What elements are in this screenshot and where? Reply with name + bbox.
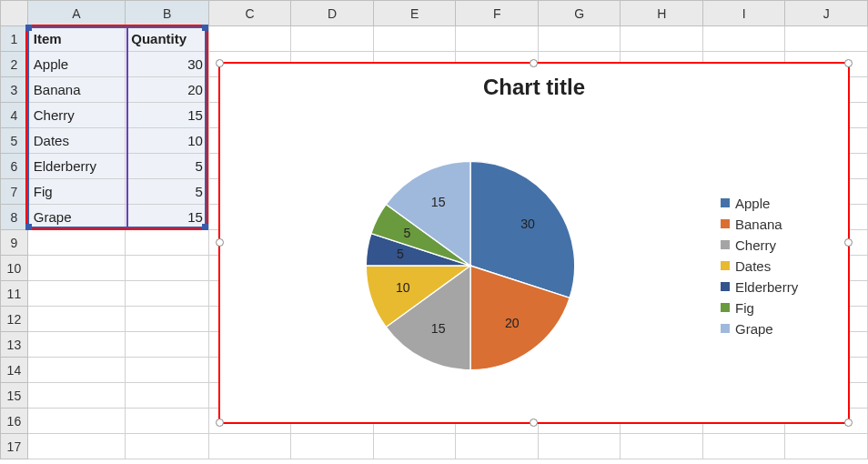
- cell-E17[interactable]: [373, 434, 456, 459]
- legend-label: Apple: [735, 196, 770, 211]
- column-header-G[interactable]: G: [538, 1, 621, 26]
- resize-handle[interactable]: [216, 59, 224, 67]
- cell-C1[interactable]: [208, 26, 291, 52]
- column-header-H[interactable]: H: [621, 1, 703, 26]
- pie-label-cherry: 15: [431, 321, 446, 336]
- cell-A16[interactable]: [27, 409, 126, 434]
- cell-A13[interactable]: [27, 332, 126, 358]
- cell-B14[interactable]: [126, 358, 209, 383]
- legend-item-grape[interactable]: Grape: [721, 321, 841, 337]
- row-header-5[interactable]: 5: [1, 128, 28, 154]
- legend-item-dates[interactable]: Dates: [721, 258, 841, 274]
- row-header-9[interactable]: 9: [1, 230, 28, 256]
- column-header-B[interactable]: B: [126, 1, 209, 26]
- resize-handle[interactable]: [844, 419, 853, 427]
- row-header-8[interactable]: 8: [1, 205, 28, 230]
- pie-label-banana: 20: [505, 316, 520, 330]
- column-header-I[interactable]: I: [702, 1, 785, 26]
- cell-I17[interactable]: [702, 434, 785, 459]
- row-header-2[interactable]: 2: [1, 52, 28, 77]
- legend-item-elderberry[interactable]: Elderberry: [721, 279, 841, 295]
- cell-B17[interactable]: [126, 434, 209, 459]
- corner-cell[interactable]: [1, 1, 28, 26]
- column-header-F[interactable]: F: [456, 1, 539, 26]
- column-header-A[interactable]: A: [27, 1, 126, 26]
- cell-A14[interactable]: [27, 358, 126, 383]
- cell-H1[interactable]: [621, 26, 703, 52]
- chart-legend[interactable]: AppleBananaCherryDatesElderberryFigGrape: [721, 190, 848, 342]
- resize-handle[interactable]: [530, 419, 538, 427]
- legend-label: Grape: [735, 321, 773, 337]
- row-header-1[interactable]: 1: [1, 26, 28, 52]
- cell-B11[interactable]: [126, 281, 209, 307]
- row-header-15[interactable]: 15: [1, 383, 28, 409]
- resize-handle[interactable]: [844, 59, 853, 67]
- row-header-11[interactable]: 11: [1, 281, 28, 307]
- row-header-13[interactable]: 13: [1, 332, 28, 358]
- row-header-14[interactable]: 14: [1, 358, 28, 383]
- pie-label-dates: 10: [396, 280, 410, 295]
- cell-B10[interactable]: [126, 256, 209, 281]
- cell-A9[interactable]: [27, 230, 126, 256]
- legend-item-apple[interactable]: Apple: [721, 196, 841, 211]
- cell-A11[interactable]: [27, 281, 126, 307]
- row-header-3[interactable]: 3: [1, 77, 28, 103]
- cell-B15[interactable]: [126, 383, 209, 409]
- cell-B9[interactable]: [126, 230, 209, 256]
- row-header-6[interactable]: 6: [1, 154, 28, 179]
- legend-label: Dates: [735, 258, 771, 274]
- legend-item-banana[interactable]: Banana: [721, 217, 841, 232]
- legend-swatch-icon: [721, 261, 730, 270]
- column-header-J[interactable]: J: [785, 1, 868, 26]
- legend-label: Banana: [735, 217, 782, 232]
- column-header-C[interactable]: C: [208, 1, 291, 26]
- column-header-D[interactable]: D: [291, 1, 374, 26]
- selection-outline: [27, 26, 207, 228]
- legend-label: Fig: [735, 300, 754, 316]
- row-header-10[interactable]: 10: [1, 256, 28, 281]
- legend-swatch-icon: [721, 198, 730, 207]
- selection-handle[interactable]: [202, 25, 208, 31]
- row-header-4[interactable]: 4: [1, 103, 28, 128]
- cell-J17[interactable]: [785, 434, 868, 459]
- cell-D17[interactable]: [291, 434, 374, 459]
- legend-swatch-icon: [721, 324, 730, 333]
- cell-B16[interactable]: [126, 409, 209, 434]
- cell-A12[interactable]: [27, 307, 126, 332]
- cell-G1[interactable]: [538, 26, 621, 52]
- cell-C17[interactable]: [208, 434, 291, 459]
- cell-H17[interactable]: [621, 434, 703, 459]
- cell-J1[interactable]: [785, 26, 868, 52]
- row-header-17[interactable]: 17: [1, 434, 28, 459]
- selection-column-split: [126, 28, 128, 227]
- cell-B13[interactable]: [126, 332, 209, 358]
- pie-label-grape: 15: [431, 195, 446, 209]
- cell-D1[interactable]: [291, 26, 374, 52]
- cell-B12[interactable]: [126, 307, 209, 332]
- chart-object[interactable]: Chart title 302015105515 AppleBananaCher…: [218, 62, 850, 424]
- pie-label-apple: 30: [520, 217, 535, 231]
- cell-F17[interactable]: [456, 434, 539, 459]
- legend-swatch-icon: [721, 282, 730, 291]
- resize-handle[interactable]: [530, 59, 538, 67]
- resize-handle[interactable]: [216, 419, 224, 427]
- cell-I1[interactable]: [702, 26, 785, 52]
- row-header-12[interactable]: 12: [1, 307, 28, 332]
- row-header-7[interactable]: 7: [1, 179, 28, 205]
- cell-G17[interactable]: [538, 434, 621, 459]
- selection-handle[interactable]: [25, 25, 32, 31]
- legend-swatch-icon: [721, 219, 730, 228]
- column-header-E[interactable]: E: [373, 1, 456, 26]
- selection-handle[interactable]: [202, 224, 208, 230]
- cell-A15[interactable]: [27, 383, 126, 409]
- cell-F1[interactable]: [456, 26, 539, 52]
- cell-A17[interactable]: [27, 434, 126, 459]
- cell-A10[interactable]: [27, 256, 126, 281]
- pie-plot-area[interactable]: 302015105515: [220, 118, 721, 413]
- legend-item-cherry[interactable]: Cherry: [721, 237, 841, 253]
- chart-title[interactable]: Chart title: [220, 75, 848, 100]
- row-header-16[interactable]: 16: [1, 409, 28, 434]
- selection-handle[interactable]: [25, 224, 32, 230]
- cell-E1[interactable]: [373, 26, 456, 52]
- legend-item-fig[interactable]: Fig: [721, 300, 841, 316]
